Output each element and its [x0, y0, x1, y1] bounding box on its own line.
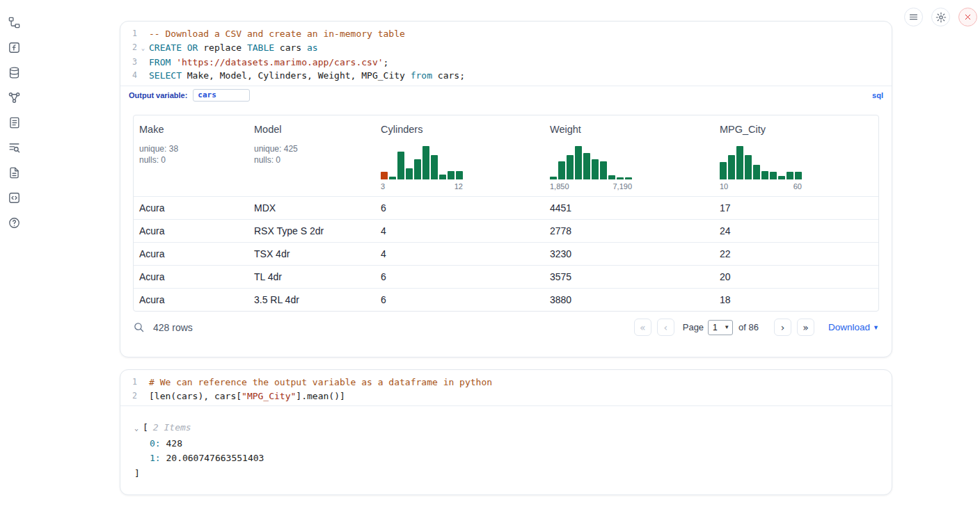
- column-name: Weight: [550, 124, 709, 135]
- column-header[interactable]: Weight1,8507,190: [544, 115, 714, 196]
- table-cell: 4: [375, 248, 544, 259]
- histogram-bar[interactable]: [558, 161, 565, 179]
- python-code-editor[interactable]: 1# We can reference the output variable …: [120, 370, 892, 405]
- shutdown-button[interactable]: [958, 8, 977, 26]
- histogram-max-label: 7,190: [612, 182, 632, 191]
- table-cell: 18: [714, 294, 878, 305]
- column-header[interactable]: Cylinders312: [375, 115, 544, 196]
- tree-entry-value: 428: [161, 438, 182, 449]
- tree-collapse-chevron-icon[interactable]: ⌄: [134, 424, 139, 432]
- histogram-bar[interactable]: [728, 155, 735, 179]
- histogram-bar[interactable]: [625, 177, 632, 179]
- histogram-bar[interactable]: [550, 177, 557, 179]
- histogram-bar[interactable]: [600, 161, 607, 179]
- histogram-bar[interactable]: [431, 155, 438, 179]
- column-histogram[interactable]: 1,8507,190: [550, 145, 709, 191]
- code-token: SELECT: [149, 70, 182, 81]
- histogram-bar[interactable]: [422, 146, 429, 179]
- code-text: CREATE OR replace TABLE cars as: [149, 41, 318, 56]
- table-cell: 3575: [544, 271, 714, 282]
- code-token: ;: [384, 57, 389, 67]
- histogram-bar[interactable]: [567, 155, 574, 179]
- histogram-bar[interactable]: [448, 171, 455, 179]
- code-token: TABLE: [247, 42, 274, 53]
- table-footer: 428 rows « ‹ Page 1▼ of 86 › » Download▼: [133, 312, 879, 342]
- prev-page-button[interactable]: ‹: [657, 319, 674, 336]
- line-number: 2: [120, 389, 137, 403]
- column-stat-unique: unique: 425: [254, 143, 370, 154]
- tree-entry: 0: 428: [134, 436, 892, 451]
- histogram-bar[interactable]: [795, 172, 802, 179]
- histogram-bar[interactable]: [389, 177, 396, 179]
- column-histogram[interactable]: 1060: [720, 145, 873, 191]
- sidebar-item-dependency-graph[interactable]: [7, 90, 21, 104]
- table-row[interactable]: AcuraTL 4dr6357520: [134, 265, 878, 288]
- page-select[interactable]: 1▼: [708, 320, 733, 335]
- histogram-bar[interactable]: [608, 175, 615, 179]
- histogram-bar[interactable]: [745, 155, 752, 179]
- sidebar-item-datasources[interactable]: [7, 65, 21, 79]
- column-histogram[interactable]: 312: [381, 145, 539, 191]
- logs-icon: [8, 116, 21, 129]
- page-select-value: 1: [713, 323, 718, 332]
- sql-code-editor[interactable]: 1-- Download a CSV and create an in-memo…: [120, 22, 892, 86]
- histogram-bar[interactable]: [414, 159, 421, 179]
- column-header[interactable]: Modelunique: 425nulls: 0: [248, 115, 375, 196]
- settings-button[interactable]: [931, 8, 950, 26]
- search-icon[interactable]: [133, 321, 145, 333]
- histogram-bar[interactable]: [753, 165, 760, 179]
- code-text: # We can reference the output variable a…: [149, 376, 492, 389]
- table-row[interactable]: Acura3.5 RL 4dr6388018: [134, 288, 878, 311]
- python-cell: 1# We can reference the output variable …: [120, 369, 892, 495]
- code-token: cars: [274, 42, 307, 53]
- chevron-down-icon: ▼: [724, 324, 729, 330]
- histogram-bar[interactable]: [381, 172, 388, 179]
- code-text: FROM 'https://datasets.marimo.app/cars.c…: [149, 56, 388, 70]
- sidebar-item-logs[interactable]: [7, 115, 21, 129]
- histogram-bar[interactable]: [439, 175, 446, 179]
- histogram-bar[interactable]: [406, 168, 413, 179]
- sidebar-item-file-explorer[interactable]: [7, 15, 21, 29]
- table-cell: 6: [375, 294, 544, 305]
- close-icon: [963, 13, 972, 22]
- histogram-bar[interactable]: [456, 171, 463, 179]
- code-text: -- Download a CSV and create an in-memor…: [149, 27, 405, 41]
- histogram-bar[interactable]: [761, 171, 768, 179]
- code-token: replace: [198, 42, 246, 53]
- code-text: [len(cars), cars["MPG_City"].mean()]: [149, 389, 345, 403]
- column-header[interactable]: Makeunique: 38nulls: 0: [134, 115, 248, 196]
- sidebar-item-outline[interactable]: [7, 140, 21, 154]
- fold-chevron-icon[interactable]: ⌄: [137, 41, 149, 56]
- download-label: Download: [828, 322, 870, 332]
- last-page-button[interactable]: »: [797, 319, 814, 336]
- output-variable-input[interactable]: cars: [193, 89, 250, 102]
- histogram-min-label: 10: [720, 182, 728, 191]
- sidebar-item-scratchpad[interactable]: [7, 40, 21, 54]
- download-button[interactable]: Download▼: [828, 322, 879, 332]
- table-row[interactable]: AcuraMDX6445117: [134, 196, 878, 219]
- menu-button[interactable]: [904, 8, 923, 26]
- sidebar-item-documentation[interactable]: [7, 166, 21, 179]
- column-header[interactable]: MPG_City1060: [714, 115, 878, 196]
- sidebar-item-snippets[interactable]: [7, 191, 21, 204]
- table-row[interactable]: AcuraTSX 4dr4323022: [134, 242, 878, 265]
- next-page-button[interactable]: ›: [774, 319, 791, 336]
- tree-close-bracket: ]: [134, 466, 892, 481]
- histogram-bar[interactable]: [397, 152, 404, 179]
- code-token: # We can reference the output variable a…: [149, 377, 492, 387]
- histogram-bar[interactable]: [583, 153, 590, 179]
- line-number: 2: [120, 41, 137, 56]
- sidebar-item-help[interactable]: [7, 216, 21, 230]
- histogram-bar[interactable]: [592, 159, 599, 179]
- table-row[interactable]: AcuraRSX Type S 2dr4277824: [134, 219, 878, 242]
- tree-entry-value: 20.060747663551403: [161, 453, 264, 463]
- histogram-bar[interactable]: [736, 146, 743, 179]
- histogram-bar[interactable]: [770, 172, 777, 179]
- histogram-bar[interactable]: [778, 176, 785, 179]
- histogram-bar[interactable]: [787, 172, 793, 179]
- first-page-button[interactable]: «: [634, 319, 651, 336]
- histogram-bar[interactable]: [617, 177, 624, 179]
- table-cell: 3880: [544, 294, 714, 305]
- histogram-bar[interactable]: [720, 162, 727, 179]
- histogram-bar[interactable]: [575, 146, 582, 179]
